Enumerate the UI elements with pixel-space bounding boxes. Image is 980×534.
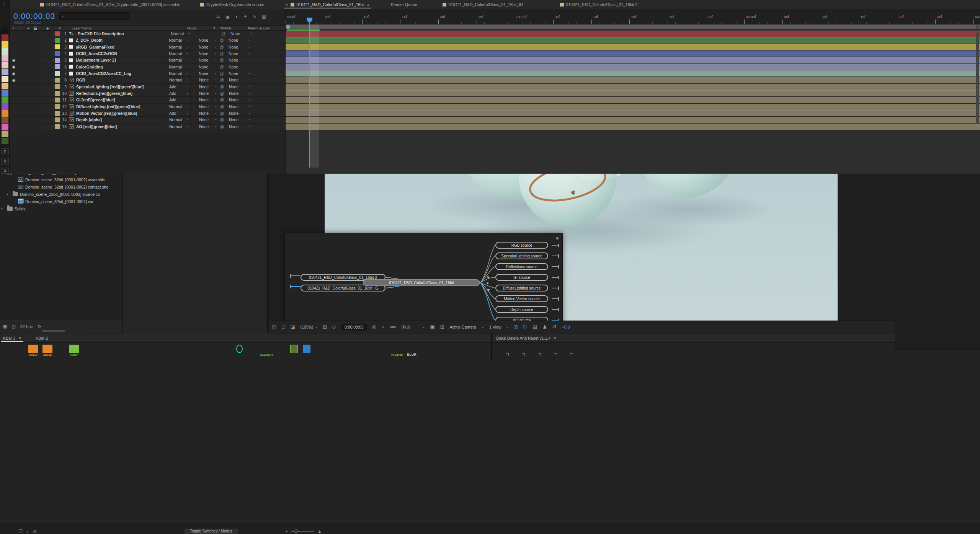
columns-icon[interactable]: ▥ <box>33 529 37 534</box>
t-switch[interactable] <box>190 44 196 50</box>
kbar-person-icon[interactable] <box>172 345 180 357</box>
lock-toggle[interactable] <box>32 97 39 103</box>
horizontal-scrollbar[interactable] <box>42 330 65 332</box>
layer-name[interactable]: ColorGraiding <box>76 65 166 69</box>
flowchart-node[interactable]: DiffuseLighting source <box>495 285 548 291</box>
parent-pickwhip[interactable]: @ <box>218 58 225 62</box>
channel-icon[interactable] <box>390 325 396 329</box>
solo-toggle[interactable] <box>25 124 32 130</box>
project-item[interactable]: Domino_scene_32bit_[0001-0004].exr <box>0 198 122 205</box>
parent-pickwhip[interactable]: @ <box>219 117 225 122</box>
flowchart-center-node[interactable]: 010421_R&D_ColorfulGlass_01_16bit <box>363 279 480 286</box>
toggle-switches-modes-button[interactable]: Toggle Switches / Modes <box>185 529 238 534</box>
layer-name[interactable]: AO.[red][green][blue] <box>76 124 167 129</box>
eye-toggle[interactable] <box>10 90 18 96</box>
layer-expander[interactable]: › <box>39 58 53 62</box>
solo-toggle[interactable] <box>25 57 32 63</box>
tab-comp-16bit-ig[interactable]: 010421_R&D_ColorfulGlass_01_16bit_IG <box>439 0 526 9</box>
kbar-link-icon[interactable] <box>366 345 374 357</box>
layer-label-swatch[interactable] <box>55 98 60 103</box>
parent-dropdown[interactable]: None⌄ <box>225 78 271 82</box>
camera-dropdown[interactable]: Active Camera⌄ <box>450 325 484 329</box>
layer-name[interactable]: Motion Vector.[red][green][blue] <box>76 111 167 116</box>
parent-dropdown[interactable]: None⌄ <box>227 31 273 36</box>
lock-toggle[interactable] <box>32 50 39 57</box>
t-switch[interactable] <box>190 57 196 63</box>
kbar-vvspeed-icon[interactable]: VVSpeed <box>391 345 402 357</box>
layer-duration-bar[interactable] <box>286 124 980 130</box>
layer-expander[interactable]: › <box>39 118 53 122</box>
audio-toggle[interactable] <box>18 44 25 50</box>
layer-label-swatch[interactable] <box>55 64 60 69</box>
view-layout-dropdown[interactable]: 1 View⌄ <box>489 325 508 329</box>
kbar-element3d-icon[interactable]: ELEMENT <box>260 345 273 357</box>
eye-toggle[interactable] <box>10 44 18 50</box>
resolution-dropdown[interactable]: (Full)⌄ <box>402 325 425 329</box>
flowchart-node[interactable]: Motion Vector source <box>495 295 548 302</box>
blend-mode-dropdown[interactable]: Normal⌄ <box>166 71 190 76</box>
solo-toggle[interactable] <box>25 97 32 103</box>
blend-mode-dropdown[interactable]: Normal⌄ <box>167 104 190 109</box>
mask-toggle-icon[interactable]: ◇ <box>332 324 336 330</box>
blend-mode-dropdown[interactable]: Normal⌄ <box>167 78 190 82</box>
layer-expander[interactable]: › <box>39 38 53 42</box>
parent-pickwhip[interactable]: @ <box>219 78 225 82</box>
audio-toggle[interactable] <box>18 31 25 37</box>
kbar-eyedropper-icon[interactable] <box>134 345 142 357</box>
eye-toggle[interactable] <box>10 117 18 123</box>
delete-transform-button[interactable] <box>530 346 540 356</box>
transparency-grid-icon[interactable]: ⊞ <box>440 324 444 330</box>
flowchart-node[interactable]: GI source <box>495 274 548 281</box>
kbar-pie-icon[interactable] <box>121 345 130 357</box>
layer-row[interactable]: › 12 DiffuseLighting.[red][green][blue] … <box>10 104 285 110</box>
zoom-out-icon[interactable]: ▲ <box>285 529 288 533</box>
eye-toggle[interactable] <box>10 31 18 37</box>
parent-dropdown[interactable]: None⌄ <box>225 51 271 56</box>
tab-quick-delete-reset[interactable]: Quick Delete And Reset v1.1.4 ≡ <box>493 334 559 342</box>
parent-dropdown[interactable]: None⌄ <box>225 91 271 96</box>
lock-toggle[interactable] <box>32 84 39 90</box>
layer-duration-bar[interactable] <box>286 117 980 123</box>
label-color-swatch[interactable] <box>2 28 8 34</box>
trkmat-dropdown[interactable]: None⌄ <box>196 91 219 96</box>
layer-row[interactable]: › 13 Motion Vector.[red][green][blue] Ad… <box>10 110 285 117</box>
layer-name[interactable]: Z_DOF_Depth <box>76 38 166 42</box>
solo-toggle[interactable] <box>25 77 32 83</box>
layer-expander[interactable]: › <box>39 85 53 89</box>
trash-icon[interactable]: ♻ <box>38 324 41 329</box>
layer-label-swatch[interactable] <box>55 38 60 43</box>
trkmat-dropdown[interactable]: None⌄ <box>196 111 219 116</box>
solo-toggle[interactable] <box>25 50 32 57</box>
layer-label-swatch[interactable] <box>55 58 60 63</box>
t-switch[interactable] <box>190 117 196 123</box>
layer-duration-bar[interactable] <box>286 50 980 57</box>
label-color-swatch[interactable] <box>2 34 8 41</box>
kbar-person-export-icon[interactable] <box>248 345 256 357</box>
layer-duration-bar[interactable] <box>286 31 980 37</box>
audio-toggle[interactable] <box>18 97 25 103</box>
timeline-button-icon[interactable]: ▤ <box>532 324 537 330</box>
layer-name[interactable]: Reflections.[red][green][blue] <box>76 91 167 96</box>
trkmat-dropdown[interactable]: None⌄ <box>196 51 218 56</box>
trkmat-dropdown[interactable]: None⌄ <box>196 38 218 42</box>
layer-row[interactable]: › 1 T♯ ProEXR File Description Normal⌄ @… <box>10 31 285 37</box>
label-color-swatch[interactable] <box>2 138 8 144</box>
layer-duration-bar[interactable] <box>286 90 980 97</box>
layer-name[interactable]: OCIO_AcesCG2AcesCC_Log <box>76 71 166 76</box>
motion-blur-icon[interactable]: ∿ <box>253 14 256 19</box>
lock-toggle[interactable] <box>32 64 39 70</box>
blend-mode-dropdown[interactable]: Add⌄ <box>167 111 190 116</box>
delete-mask-button[interactable] <box>498 346 508 356</box>
tab-comp-cryptomatte-assemble[interactable]: 010421_R&D_ColorfulGlass_01_AOV_Cryptoma… <box>37 0 183 9</box>
solo-column-icon[interactable]: ● <box>27 26 29 30</box>
rail-tab[interactable]: I <box>0 0 10 7</box>
trkmat-dropdown[interactable]: None⌄ <box>196 104 219 109</box>
playhead-line[interactable] <box>309 23 310 168</box>
blend-mode-dropdown[interactable]: Normal⌄ <box>166 45 190 49</box>
eye-toggle[interactable] <box>10 37 18 43</box>
layer-name[interactable]: ProEXR File Description <box>78 31 168 36</box>
audio-toggle[interactable] <box>18 124 25 130</box>
parent-pickwhip[interactable]: @ <box>219 111 225 116</box>
project-item[interactable]: Domino_scene_32bit_[0001-0002] contact s… <box>0 183 122 190</box>
t-switch[interactable] <box>190 110 196 116</box>
